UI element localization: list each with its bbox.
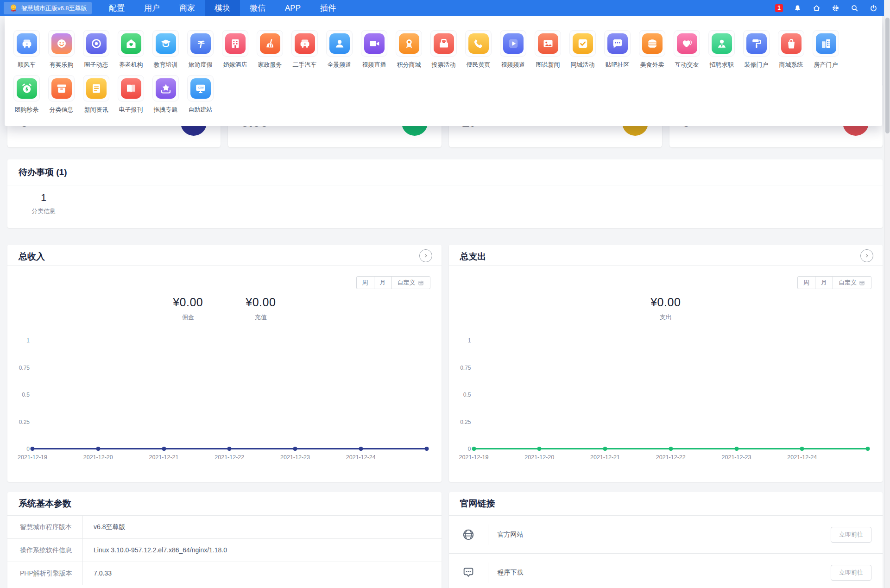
module-item[interactable]: 装修门户 [743, 30, 770, 69]
data-point[interactable] [162, 447, 166, 451]
svg-text:.COM: .COM [197, 86, 203, 89]
smiley-icon [51, 33, 72, 54]
range-button[interactable]: 自定义 [833, 276, 871, 289]
lens-icon [86, 33, 107, 54]
module-label: 团购秒杀 [15, 106, 39, 114]
module-item[interactable]: 房产门户 [813, 30, 839, 69]
scrollbar-track[interactable] [884, 0, 890, 588]
module-item[interactable]: 美食外卖 [639, 30, 665, 69]
data-point[interactable] [734, 447, 739, 451]
module-item[interactable]: 积分商城 [396, 30, 422, 69]
module-item[interactable]: 视频频道 [500, 30, 526, 69]
nav-menu-item[interactable]: 配置 [99, 0, 134, 16]
x-axis-label: 2021-12-19 [459, 454, 489, 461]
range-button[interactable]: 自定义 [391, 276, 430, 289]
data-point[interactable] [293, 447, 297, 451]
x-axis-label: 2021-12-21 [590, 454, 620, 461]
home-icon[interactable] [812, 4, 821, 13]
data-point[interactable] [669, 447, 673, 451]
module-label: 房产门户 [814, 61, 838, 69]
nav-menu-item[interactable]: 用户 [134, 0, 170, 16]
person-icon [329, 33, 350, 54]
module-item[interactable]: 图说新闻 [535, 30, 561, 69]
module-label: 二手汽车 [293, 61, 317, 69]
module-item[interactable]: 互动交友 [674, 30, 700, 69]
todo-count[interactable]: 1 [21, 192, 66, 204]
chevron-right-icon[interactable] [860, 249, 873, 262]
module-item[interactable]: 分类信息 [48, 75, 75, 114]
summary-block: ¥0.00充值 [246, 296, 276, 322]
nav-menu-item[interactable]: 模块 [205, 0, 240, 16]
module-item[interactable]: 招聘求职 [708, 30, 735, 69]
module-tile [152, 75, 179, 101]
nav-menu-item[interactable]: 微信 [240, 0, 275, 16]
scrollbar-thumb[interactable] [885, 18, 890, 133]
data-point[interactable] [472, 447, 476, 451]
todo-label: 分类信息 [21, 207, 66, 215]
nav-menu-item[interactable]: 插件 [310, 0, 346, 16]
module-item[interactable]: 二手汽车 [291, 30, 318, 69]
module-item[interactable]: 婚嫁酒店 [222, 30, 248, 69]
data-point[interactable] [96, 447, 100, 451]
module-item[interactable]: 新闻资讯 [83, 75, 109, 114]
todo-card: 待办事项 (1) 1 分类信息 [7, 159, 883, 228]
module-label: 分类信息 [50, 106, 74, 114]
module-item[interactable]: 电子报刊 [118, 75, 144, 114]
module-item[interactable]: 有奖乐购 [48, 30, 75, 69]
range-button[interactable]: 月 [374, 276, 392, 289]
module-item[interactable]: 视频直播 [361, 30, 387, 69]
power-icon[interactable] [869, 4, 878, 13]
module-label: 投票活动 [432, 61, 456, 69]
data-point[interactable] [603, 447, 607, 451]
data-point[interactable] [537, 447, 542, 451]
bell-icon[interactable] [793, 4, 802, 13]
expense-chart-card: 总支出 周月自定义 ¥0.00支出 10.750.50.2502021-12-1… [449, 245, 883, 482]
range-button-label: 周 [362, 277, 368, 289]
module-item[interactable]: .COM自助建站 [187, 75, 214, 114]
range-button[interactable]: 月 [815, 276, 833, 289]
go-button[interactable]: 立即前往 [831, 527, 871, 543]
data-point[interactable] [424, 447, 429, 451]
go-button[interactable]: 立即前往 [831, 565, 871, 581]
module-item[interactable]: 投票活动 [430, 30, 457, 69]
module-item[interactable]: 顺风车 [13, 30, 40, 69]
link-label: 程序下载 [488, 569, 831, 577]
notification-badge[interactable]: 1 [775, 4, 783, 12]
range-button[interactable]: 周 [356, 276, 374, 289]
data-point[interactable] [227, 447, 232, 451]
palm-icon [190, 33, 211, 54]
data-point[interactable] [31, 447, 35, 451]
module-item[interactable]: 家政服务 [257, 30, 283, 69]
nav-menu-item[interactable]: 商家 [170, 0, 205, 16]
module-item[interactable]: 全景频道 [326, 30, 353, 69]
module-label: 积分商城 [397, 61, 421, 69]
charts-row: 总收入 周月自定义 ¥0.00佣金¥0.00充值 10.750.50.25020… [7, 245, 883, 482]
module-item[interactable]: 同城活动 [569, 30, 596, 69]
range-button[interactable]: 周 [797, 276, 815, 289]
todo-item[interactable]: 1 分类信息 [21, 192, 66, 215]
app-logo[interactable]: 智慧城市正版v6.8至尊版 [4, 2, 92, 14]
table-row: 智慧城市程序版本v6.8至尊版 [7, 516, 442, 539]
chart-summary: ¥0.00佣金¥0.00充值 [7, 296, 442, 322]
module-item[interactable]: 贴吧社区 [604, 30, 631, 69]
gear-icon[interactable] [831, 4, 840, 13]
module-item[interactable]: 旅游度假 [187, 30, 214, 69]
module-item[interactable]: 教育培训 [152, 30, 179, 69]
chevron-right-icon[interactable] [419, 249, 432, 262]
search-icon[interactable] [850, 4, 859, 13]
data-point[interactable] [359, 447, 363, 451]
module-item[interactable]: 便民黄页 [465, 30, 492, 69]
module-item[interactable]: 圈子动态 [83, 30, 109, 69]
y-axis-tick: 0 [454, 446, 471, 452]
module-item[interactable]: 养老机构 [118, 30, 144, 69]
data-point[interactable] [866, 447, 870, 451]
module-item[interactable]: 商城系统 [778, 30, 804, 69]
module-tile [222, 30, 248, 57]
main-menu: 配置用户商家模块微信APP插件 [99, 0, 346, 16]
nav-menu-item[interactable]: APP [275, 0, 310, 16]
module-item[interactable]: 拖拽专题 [152, 75, 179, 114]
data-point[interactable] [800, 447, 804, 451]
doc-icon [86, 78, 107, 99]
phone-icon [468, 33, 489, 54]
module-item[interactable]: 团购秒杀 [13, 75, 40, 114]
